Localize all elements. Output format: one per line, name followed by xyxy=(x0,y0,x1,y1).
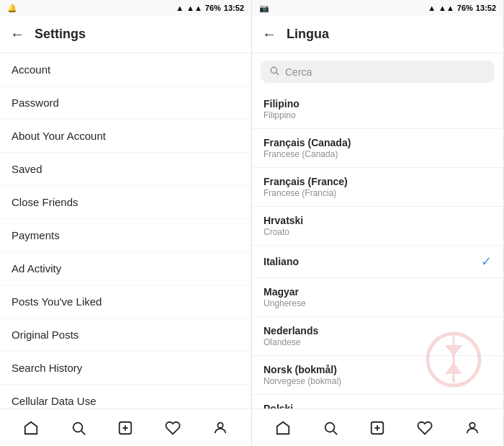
signal-icon: ▲▲ xyxy=(186,4,202,12)
wifi-icon-r: ▲ xyxy=(428,4,436,12)
svg-line-1 xyxy=(81,431,85,434)
svg-line-7 xyxy=(276,73,279,75)
language-item-2[interactable]: Français (France) Francese (Francia) xyxy=(252,168,503,207)
camera-icon: 📷 xyxy=(259,4,269,13)
profile-nav-left[interactable] xyxy=(206,414,235,442)
search-nav-left[interactable] xyxy=(64,414,93,442)
language-text-4: Italiano xyxy=(264,256,299,268)
settings-header: ← Settings xyxy=(0,16,251,53)
settings-item-original-posts[interactable]: Original Posts xyxy=(0,318,251,352)
add-nav-right[interactable] xyxy=(363,414,392,442)
battery-level: 76% xyxy=(205,4,221,12)
language-item-8[interactable]: Polski Polacco xyxy=(252,395,503,409)
svg-point-0 xyxy=(73,422,82,432)
status-right-right: ▲ ▲▲ 76% 13:52 xyxy=(428,4,496,12)
language-title: Lingua xyxy=(287,27,329,42)
selected-check-icon: ✓ xyxy=(481,254,492,269)
settings-item-password[interactable]: Password xyxy=(0,86,251,120)
settings-item-about[interactable]: About Your Account xyxy=(0,120,251,153)
heart-nav-right[interactable] xyxy=(410,414,439,442)
settings-panel: 🔔 ▲ ▲▲ 76% 13:52 ← Settings Account Pass… xyxy=(0,0,252,446)
svg-point-5 xyxy=(217,422,222,427)
language-item-1[interactable]: Français (Canada) Francese (Canada) xyxy=(252,129,503,168)
status-bar-right: 📷 ▲ ▲▲ 76% 13:52 xyxy=(252,0,503,16)
svg-point-15 xyxy=(469,422,474,427)
language-text-6: Nederlands Olandese xyxy=(264,325,318,347)
language-item-5[interactable]: Magyar Ungherese xyxy=(252,278,503,317)
profile-nav-right[interactable] xyxy=(458,414,487,442)
settings-title: Settings xyxy=(35,27,86,42)
language-text-1: Français (Canada) Francese (Canada) xyxy=(264,137,351,159)
language-item-0[interactable]: Filipino Filippino xyxy=(252,90,503,129)
language-item-3[interactable]: Hrvatski Croato xyxy=(252,207,503,246)
home-nav-left[interactable] xyxy=(17,414,45,442)
settings-item-search-history[interactable]: Search History xyxy=(0,352,251,385)
heart-nav-left[interactable] xyxy=(158,414,187,442)
svg-line-11 xyxy=(333,431,337,434)
settings-item-payments[interactable]: Payments xyxy=(0,219,251,252)
back-button[interactable]: ← xyxy=(10,26,24,43)
settings-item-cellular[interactable]: Cellular Data Use xyxy=(0,385,251,409)
language-item-4[interactable]: Italiano ✓ xyxy=(252,246,503,278)
settings-item-posts-liked[interactable]: Posts You've Liked xyxy=(0,285,251,318)
status-left: 🔔 xyxy=(7,4,17,13)
status-right-left: 📷 xyxy=(259,4,269,13)
settings-item-saved[interactable]: Saved xyxy=(0,153,251,186)
language-text-7: Norsk (bokmål) Norvegese (bokmal) xyxy=(264,364,341,386)
home-nav-right[interactable] xyxy=(269,414,297,442)
settings-item-ad-activity[interactable]: Ad Activity xyxy=(0,252,251,285)
language-header: ← Lingua xyxy=(252,16,503,53)
svg-point-6 xyxy=(271,67,276,73)
settings-item-account[interactable]: Account xyxy=(0,53,251,86)
language-text-0: Filipino Filippino xyxy=(264,98,300,120)
search-icon xyxy=(269,66,279,78)
bottom-nav-left xyxy=(0,409,251,446)
time-right: 13:52 xyxy=(476,4,496,12)
watermark-logo xyxy=(425,331,482,388)
svg-point-10 xyxy=(325,422,334,432)
language-text-2: Français (France) Francese (Francia) xyxy=(264,176,348,198)
settings-list: Account Password About Your Account Save… xyxy=(0,53,251,409)
search-bar xyxy=(261,61,495,83)
signal-icon-r: ▲▲ xyxy=(438,4,454,12)
language-text-5: Magyar Ungherese xyxy=(264,286,306,308)
wifi-icon: ▲ xyxy=(176,4,184,12)
settings-item-close-friends[interactable]: Close Friends xyxy=(0,186,251,219)
language-panel: 📷 ▲ ▲▲ 76% 13:52 ← Lingua Filipino Filip… xyxy=(252,0,504,446)
language-text-8: Polski Polacco xyxy=(264,403,294,409)
notification-icon: 🔔 xyxy=(7,4,17,13)
time-left: 13:52 xyxy=(224,4,244,12)
battery-level-r: 76% xyxy=(457,4,473,12)
add-nav-left[interactable] xyxy=(111,414,140,442)
search-input[interactable] xyxy=(285,66,486,78)
language-text-3: Hrvatski Croato xyxy=(264,215,303,237)
search-nav-right[interactable] xyxy=(316,414,345,442)
status-right: ▲ ▲▲ 76% 13:52 xyxy=(176,4,244,12)
status-bar-left: 🔔 ▲ ▲▲ 76% 13:52 xyxy=(0,0,251,16)
back-button-right[interactable]: ← xyxy=(262,26,276,43)
bottom-nav-right xyxy=(252,409,503,446)
